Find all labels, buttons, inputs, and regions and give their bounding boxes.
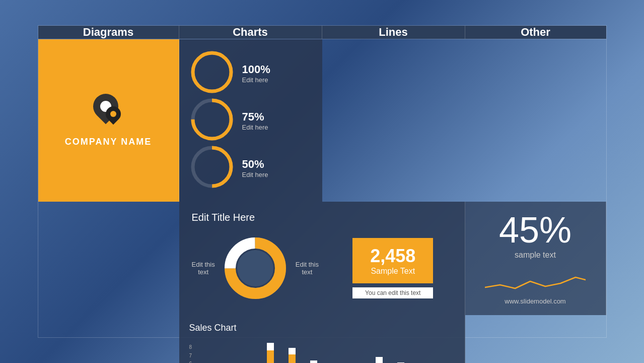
company-logo <box>91 94 126 129</box>
ring-100-text: 100% Edit here <box>242 63 270 84</box>
bar-apr: Apr <box>260 343 280 363</box>
ring-50-svg <box>189 144 235 190</box>
y-axis: 8 7 6 5 4 3 2 1 0 <box>189 345 192 363</box>
stat-label: Sample Text <box>365 267 420 276</box>
donut-right-text: Edit thistext <box>296 261 319 276</box>
ring-100-svg-wrap <box>189 49 235 97</box>
header-diagrams: Diagrams <box>38 26 179 39</box>
bar-sep: Sep <box>369 357 389 363</box>
header-other-label: Other <box>521 26 550 39</box>
company-name-bold: COMPANY <box>65 137 117 147</box>
ring-50-svg-wrap <box>189 144 235 192</box>
barchart-panel: Sales Chart 8 7 6 5 4 3 2 1 0 <box>179 315 465 363</box>
charts-top-title: Edit Title Here <box>192 212 452 223</box>
bar-may: May <box>282 348 302 363</box>
stat-box[interactable]: 2,458 Sample Text <box>352 238 433 283</box>
stat-container: 2,458 Sample Text You can edit this text <box>334 238 452 298</box>
y-label-8: 8 <box>189 345 192 350</box>
ring-75-edit[interactable]: Edit here <box>242 124 268 131</box>
company-name: COMPANY NAME <box>65 137 152 147</box>
svg-point-3 <box>237 250 273 286</box>
barchart-title: Sales Chart <box>189 323 455 333</box>
header-other: Other <box>465 26 606 39</box>
stats-percent: 45% <box>499 212 571 248</box>
right-panel: 100% Edit here 75% Edit here <box>179 39 322 202</box>
ring-75-text: 75% Edit here <box>242 110 268 131</box>
stat-number: 2,458 <box>365 246 420 267</box>
ring-100-edit[interactable]: Edit here <box>242 76 270 84</box>
header-charts-label: Charts <box>233 26 268 39</box>
header-lines: Lines <box>322 26 465 39</box>
ring-50-edit[interactable]: Edit here <box>242 171 268 178</box>
ring-50-percent: 50% <box>242 158 268 171</box>
donut-left-text: Edit thistext <box>192 261 215 276</box>
donut-svg <box>223 235 288 301</box>
ring-75-svg-wrap <box>189 97 235 144</box>
ring-100-percent: 100% <box>242 63 270 76</box>
ring-item-50: 50% Edit here <box>189 144 312 192</box>
y-label-7: 7 <box>189 353 192 358</box>
header-charts: Charts <box>179 26 322 39</box>
sparkline-svg <box>485 267 586 292</box>
ring-100-svg <box>189 49 235 95</box>
stats-panel: 45% sample text www.slidemodel.com <box>465 202 606 315</box>
pin-small-inner <box>110 111 116 117</box>
ring-50-text: 50% Edit here <box>242 158 268 178</box>
ring-75-percent: 75% <box>242 110 268 124</box>
svg-point-5 <box>193 53 231 91</box>
header-diagrams-label: Diagrams <box>83 26 133 39</box>
stats-label: sample text <box>515 251 556 260</box>
company-name-rest: NAME <box>117 137 152 147</box>
company-panel: COMPANY NAME <box>38 39 179 202</box>
header-row: Diagrams Charts Lines Other <box>38 26 606 39</box>
charts-content: Edit thistext Edit thistext 2,458 <box>192 231 452 305</box>
stats-url: www.slidemodel.com <box>505 297 565 305</box>
bars-container: Jan Feb Mar <box>195 336 454 363</box>
bar-jun: Jun <box>304 360 324 363</box>
ring-75-svg <box>189 97 235 142</box>
charts-top-panel: Edit Title Here Edit thistext Edit thist… <box>179 202 465 315</box>
barchart-content: 8 7 6 5 4 3 2 1 0 <box>189 336 455 363</box>
ring-item-100: 100% Edit here <box>189 49 312 97</box>
stat-edit-text[interactable]: You can edit this text <box>352 287 433 298</box>
ring-item-75: 75% Edit here <box>189 97 312 144</box>
header-lines-label: Lines <box>379 26 407 39</box>
donut-chart <box>223 235 288 301</box>
